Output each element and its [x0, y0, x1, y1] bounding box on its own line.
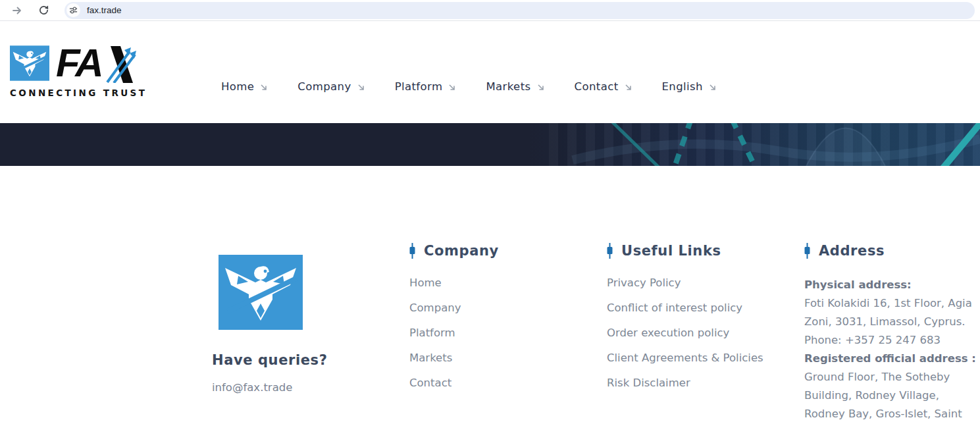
- email-link[interactable]: info@fax.trade: [212, 381, 292, 394]
- footer-link-privacy-policy[interactable]: Privacy Policy: [607, 277, 681, 289]
- nav-item-platform[interactable]: Platform: [395, 80, 457, 93]
- nav-label: Contact: [575, 80, 619, 93]
- nav-label: Company: [297, 80, 351, 93]
- column-title: Company: [424, 243, 499, 259]
- footer-column-company: Company Home Company Platform Markets Co…: [409, 243, 499, 401]
- nav-dropdown-icon: [709, 83, 717, 91]
- site-footer: Have queries? info@fax.trade Company Hom…: [0, 166, 980, 421]
- footer-column-useful-links: Useful Links Privacy Policy Conflict of …: [607, 243, 763, 401]
- forward-icon[interactable]: [10, 3, 24, 18]
- nav-dropdown-icon: [260, 83, 268, 91]
- address-bar[interactable]: fax.trade: [64, 2, 975, 19]
- phone-text: Phone: +357 25 247 683: [804, 331, 977, 350]
- nav-item-markets[interactable]: Markets: [486, 80, 544, 93]
- nav-item-language-english[interactable]: English: [662, 80, 717, 93]
- address-block: Physical address: Foti Kolakidi 16, 1st …: [804, 276, 977, 422]
- browser-toolbar: fax.trade: [0, 0, 980, 21]
- hero-banner: [0, 123, 980, 166]
- logo-wordmark: FA: [56, 45, 137, 83]
- footer-eagle-logo: [219, 255, 303, 332]
- logo-tagline: CONNECTING TRUST: [10, 88, 147, 98]
- footer-link-order-execution[interactable]: Order execution policy: [607, 327, 729, 339]
- eagle-logo-icon: [10, 45, 49, 82]
- browser-window: fax.trade: [0, 0, 980, 422]
- footer-link-platform[interactable]: Platform: [409, 327, 455, 339]
- physical-address-text: Foti Kolakidi 16, 1st Floor, Agia Zoni, …: [804, 294, 977, 331]
- footer-link-client-agreements[interactable]: Client Agreements & Policies: [607, 352, 763, 364]
- nav-item-contact[interactable]: Contact: [575, 80, 632, 93]
- candlestick-icon: [804, 243, 810, 259]
- site-settings-icon[interactable]: [66, 3, 80, 17]
- reload-icon[interactable]: [36, 3, 51, 18]
- registered-address-text: Ground Floor, The Sotheby Building, Rodn…: [804, 368, 977, 422]
- footer-link-risk-disclaimer[interactable]: Risk Disclaimer: [607, 377, 690, 389]
- logo-text-fa: FA: [56, 45, 101, 82]
- nav-label: Markets: [486, 80, 530, 93]
- nav-label: Platform: [395, 80, 443, 93]
- column-title: Address: [819, 243, 885, 259]
- candlestick-icon: [409, 243, 415, 259]
- site-logo[interactable]: FA CONNECTING TRUST: [10, 45, 147, 98]
- nav-item-company[interactable]: Company: [297, 80, 365, 93]
- nav-dropdown-icon: [357, 83, 365, 91]
- nav-item-home[interactable]: Home: [221, 80, 268, 93]
- nav-label: Home: [221, 80, 254, 93]
- footer-link-markets[interactable]: Markets: [409, 352, 452, 364]
- main-nav: Home Company Platform Markets Contact: [221, 80, 746, 93]
- nav-dropdown-icon: [625, 83, 632, 91]
- column-title: Useful Links: [621, 243, 721, 259]
- logo-x-arrows-icon: [103, 46, 137, 83]
- nav-dropdown-icon: [448, 83, 456, 91]
- registered-address-label: Registered official address :: [804, 350, 977, 368]
- footer-column-address: Address Physical address: Foti Kolakidi …: [804, 243, 977, 422]
- nav-dropdown-icon: [537, 83, 545, 91]
- physical-address-label: Physical address:: [804, 276, 977, 294]
- footer-link-conflict-of-interest[interactable]: Conflict of interest policy: [607, 302, 742, 314]
- footer-link-company[interactable]: Company: [409, 302, 461, 314]
- banner-chart-lines: [0, 123, 980, 166]
- footer-link-home[interactable]: Home: [409, 277, 442, 289]
- nav-label: English: [662, 80, 703, 93]
- site-header: FA CONNECTING TRUST Home: [0, 21, 980, 123]
- queries-heading: Have queries?: [212, 352, 328, 368]
- footer-link-contact[interactable]: Contact: [409, 377, 451, 389]
- candlestick-icon: [607, 243, 613, 259]
- url-text[interactable]: fax.trade: [87, 5, 122, 15]
